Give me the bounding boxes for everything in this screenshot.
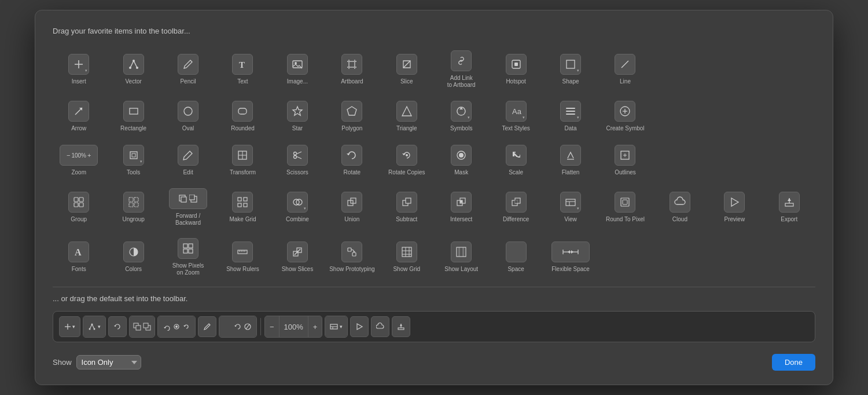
preview-zoom-plus[interactable]: + [308,316,322,337]
tool-pencil[interactable]: Pencil [162,46,214,92]
tool-export[interactable]: Export [763,184,815,230]
preview-symbols[interactable] [158,316,195,337]
svg-rect-23 [130,108,138,114]
tool-show-pixels[interactable]: Show Pixelson Zoom [162,233,214,280]
combine-icon: ▾ [287,192,308,213]
tool-zoom[interactable]: − 100% + Zoom [53,140,105,180]
tool-union[interactable]: Union [326,184,378,230]
tool-data[interactable]: ▾ Data [545,96,597,136]
tool-show-slices[interactable]: Show Slices [271,233,323,280]
tool-line[interactable]: Line [599,46,651,92]
tool-subtract[interactable]: Subtract [381,184,433,230]
ungroup-icon [123,192,144,213]
tool-flatten[interactable]: Flatten [545,140,597,180]
intersect-label: Intersect [450,216,472,223]
tool-insert[interactable]: ▾ Insert [53,46,105,92]
tool-add-link[interactable]: Add Linkto Artboard [435,46,487,92]
svg-rect-53 [79,198,83,202]
export-icon [779,192,800,213]
preview-view[interactable]: ▾ [325,316,347,337]
subtract-icon [396,192,417,213]
svg-rect-125 [136,325,141,330]
show-select[interactable]: Icon Only Icon and Text Text Only [76,355,141,370]
svg-rect-86 [785,203,793,206]
polygon-icon [341,101,362,122]
done-button[interactable]: Done [772,354,815,371]
svg-marker-26 [293,107,302,115]
tool-text-styles[interactable]: Aa ▾ Text Styles [490,96,542,136]
preview-vector[interactable]: ▾ [83,316,105,337]
tool-slice[interactable]: Slice [381,46,433,92]
tool-text[interactable]: T Text [216,46,269,92]
preview-export[interactable] [392,316,410,337]
tool-rotate[interactable]: Rotate [326,140,378,180]
tool-artboard[interactable]: Artboard [326,46,378,92]
tool-scale[interactable]: Scale [490,140,542,180]
svg-point-42 [293,156,296,159]
tool-difference[interactable]: Difference [490,184,542,230]
show-slices-label: Show Slices [282,266,313,273]
shape-icon: ▾ [560,54,581,75]
group-label: Group [71,216,87,223]
tool-tools[interactable]: ▾ Tools [107,140,159,180]
tool-forward-backward[interactable]: Forward / Backward [162,184,214,230]
image-icon [287,54,308,75]
tool-group[interactable]: Group [53,184,105,230]
tool-flexible-space[interactable]: Flexible Space [545,233,597,280]
tool-show-rulers[interactable]: Show Rulers [216,233,269,280]
tool-space[interactable]: Space [490,233,542,280]
preview-forward[interactable] [130,316,155,337]
svg-point-24 [184,107,192,115]
tool-scissors[interactable]: Scissors [271,140,323,180]
preview-pencil[interactable] [198,316,216,337]
tool-cloud[interactable]: Cloud [654,184,706,230]
tool-intersect[interactable]: Intersect [435,184,487,230]
tool-transform[interactable]: Transform [216,140,269,180]
tool-show-prototyping[interactable]: Show Prototyping [326,233,378,280]
tool-view[interactable]: ▾ View [545,184,597,230]
tool-image[interactable]: Image... [271,46,323,92]
tool-mask[interactable]: Mask [435,140,487,180]
show-pixels-label: Show Pixelson Zoom [172,262,204,276]
tool-polygon[interactable]: Polygon [326,96,378,136]
tool-hotspot[interactable]: Hotspot [490,46,542,92]
preview-insert[interactable]: ▾ [59,316,80,337]
preview-mask[interactable] [219,316,256,337]
union-label: Union [344,216,359,223]
tool-oval[interactable]: Oval [162,96,214,136]
tool-preview[interactable]: Preview [708,184,760,230]
tool-triangle[interactable]: Triangle [381,96,433,136]
tool-arrow[interactable]: Arrow [53,96,105,136]
tool-edit[interactable]: Edit [162,140,214,180]
tool-star[interactable]: Star [271,96,323,136]
show-layout-label: Show Layout [444,266,478,273]
rounded-label: Rounded [231,125,255,132]
tool-rotate-copies[interactable]: Rotate Copies [381,140,433,180]
create-symbol-label: Create Symbol [606,125,644,132]
tool-outlines[interactable]: Outlines [599,140,651,180]
svg-point-49 [459,153,464,158]
preview-rotate[interactable] [108,316,127,337]
tool-show-layout[interactable]: Show Layout [435,233,487,280]
show-prototyping-icon [341,242,362,262]
tool-make-grid[interactable]: Make Grid [216,184,269,230]
flatten-icon [560,145,581,166]
tool-rounded[interactable]: Rounded [216,96,269,136]
preview-cloud[interactable] [371,316,389,337]
tool-rectangle[interactable]: Rectangle [107,96,159,136]
tool-vector[interactable]: Vector [107,46,159,92]
tool-fonts[interactable]: A Fonts [53,233,105,280]
tool-combine[interactable]: ▾ Combine [271,184,323,230]
preview-zoom-minus[interactable]: − [265,316,279,337]
tool-colors[interactable]: Colors [107,233,159,280]
intersect-icon [451,192,472,213]
tool-create-symbol[interactable]: Create Symbol [599,96,651,136]
tool-symbols[interactable]: ▾ Symbols [435,96,487,136]
tool-round-to-pixel[interactable]: Round To Pixel [599,184,651,230]
tool-ungroup[interactable]: Ungroup [107,184,159,230]
show-prototyping-label: Show Prototyping [329,266,374,273]
tool-show-grid[interactable]: Show Grid [381,233,433,280]
svg-rect-95 [238,250,247,254]
preview-preview[interactable] [350,316,369,337]
tool-shape[interactable]: ▾ Shape [545,46,597,92]
